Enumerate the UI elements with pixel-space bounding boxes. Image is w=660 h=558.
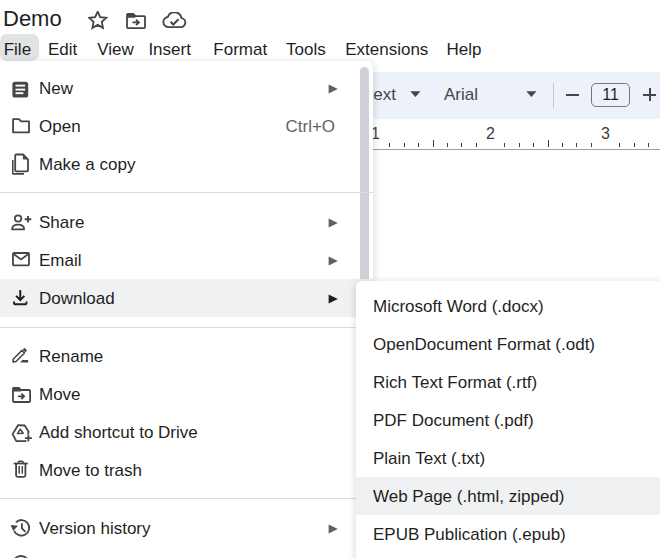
svg-text:2: 2 (486, 125, 495, 142)
svg-text:3: 3 (601, 125, 610, 142)
